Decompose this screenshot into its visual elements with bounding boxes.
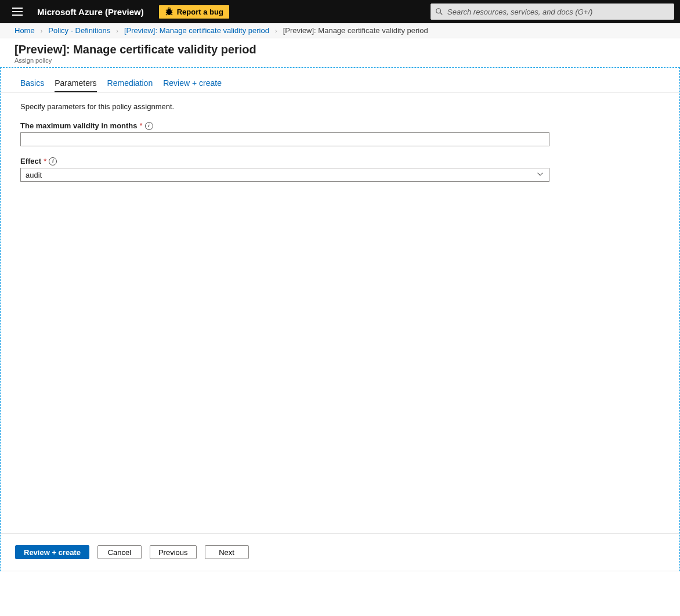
previous-button[interactable]: Previous	[150, 545, 197, 559]
content-panel: Basics Parameters Remediation Review + c…	[0, 67, 680, 571]
top-bar: Microsoft Azure (Preview) Report a bug	[0, 0, 680, 23]
max-validity-label: The maximum validity in months	[20, 121, 138, 130]
svg-rect-0	[12, 8, 23, 9]
search-wrap	[431, 3, 674, 20]
brand-label: Microsoft Azure (Preview)	[37, 7, 144, 17]
chevron-right-icon: ›	[37, 27, 46, 34]
chevron-right-icon: ›	[113, 27, 122, 34]
form-body: Specify parameters for this policy assig…	[1, 93, 558, 201]
footer: Review + create Cancel Previous Next	[1, 533, 679, 571]
field-max-validity: The maximum validity in months * i	[20, 121, 538, 146]
page-subtitle: Assign policy	[15, 57, 680, 64]
report-bug-label: Report a bug	[177, 8, 223, 16]
svg-rect-2	[12, 15, 23, 16]
tab-parameters[interactable]: Parameters	[55, 78, 96, 92]
required-indicator: *	[44, 157, 46, 165]
chevron-right-icon: ›	[272, 27, 281, 34]
svg-rect-1	[12, 11, 23, 12]
max-validity-input[interactable]	[20, 132, 549, 146]
info-icon[interactable]: i	[145, 122, 153, 130]
chevron-down-icon	[536, 170, 544, 180]
breadcrumb-current: [Preview]: Manage certificate validity p…	[283, 26, 428, 35]
breadcrumb-preview-link[interactable]: [Preview]: Manage certificate validity p…	[124, 26, 269, 35]
search-input[interactable]	[431, 3, 674, 20]
info-icon[interactable]: i	[49, 157, 57, 165]
max-validity-label-row: The maximum validity in months * i	[20, 121, 153, 130]
effect-value: audit	[26, 171, 42, 179]
field-effect: Effect * i audit	[20, 157, 538, 182]
breadcrumb-policy-definitions[interactable]: Policy - Definitions	[48, 26, 110, 35]
tabs: Basics Parameters Remediation Review + c…	[1, 68, 679, 93]
effect-label: Effect	[20, 157, 41, 165]
required-indicator: *	[140, 121, 143, 130]
form-description: Specify parameters for this policy assig…	[20, 102, 538, 111]
breadcrumb-home[interactable]: Home	[15, 26, 35, 35]
bug-icon	[165, 8, 173, 16]
next-button[interactable]: Next	[205, 545, 249, 559]
effect-label-row: Effect * i	[20, 157, 57, 165]
svg-line-4	[440, 13, 443, 15]
tab-basics[interactable]: Basics	[20, 78, 44, 92]
effect-select[interactable]: audit	[20, 168, 549, 182]
review-create-button[interactable]: Review + create	[15, 545, 89, 559]
hamburger-icon	[12, 8, 23, 16]
svg-point-3	[436, 9, 441, 13]
breadcrumb: Home › Policy - Definitions › [Preview]:…	[0, 23, 680, 38]
tab-remediation[interactable]: Remediation	[107, 78, 153, 92]
tab-review-create[interactable]: Review + create	[163, 78, 222, 92]
page-header: [Preview]: Manage certificate validity p…	[0, 38, 680, 67]
hamburger-menu-button[interactable]	[7, 0, 28, 23]
report-bug-button[interactable]: Report a bug	[159, 5, 229, 19]
page-title: [Preview]: Manage certificate validity p…	[15, 43, 680, 56]
cancel-button[interactable]: Cancel	[97, 545, 142, 559]
search-icon	[435, 8, 443, 16]
